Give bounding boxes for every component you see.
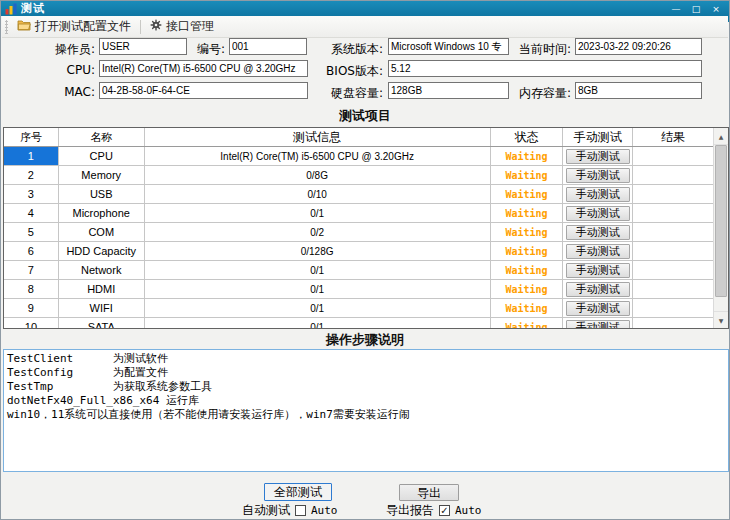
current-time-input[interactable] bbox=[575, 38, 702, 55]
cell-name[interactable]: HDD Capacity bbox=[59, 242, 145, 260]
cell-name[interactable]: Network bbox=[59, 261, 145, 279]
close-button[interactable]: × bbox=[709, 3, 723, 15]
table-row[interactable]: 1 CPU Intel(R) Core(TM) i5-6500 CPU @ 3.… bbox=[4, 147, 713, 166]
cell-info[interactable]: 0/8G bbox=[145, 166, 491, 184]
cell-no[interactable]: 3 bbox=[4, 185, 59, 203]
cell-result bbox=[633, 299, 713, 317]
cell-result bbox=[633, 318, 713, 328]
cell-no[interactable]: 4 bbox=[4, 204, 59, 222]
export-report-option-label: Auto bbox=[455, 504, 482, 517]
manual-test-button[interactable]: 手动测试 bbox=[566, 320, 630, 329]
table-row[interactable]: 6 HDD Capacity 0/128G Waiting 手动测试 bbox=[4, 242, 713, 261]
scrollbar-thumb[interactable] bbox=[715, 145, 727, 297]
cell-no[interactable]: 2 bbox=[4, 166, 59, 184]
table-row[interactable]: 7 Network 0/1 Waiting 手动测试 bbox=[4, 261, 713, 280]
os-version-label: 系统版本: bbox=[317, 41, 383, 58]
cell-result bbox=[633, 185, 713, 203]
bios-version-label: BIOS版本: bbox=[317, 63, 383, 80]
memory-capacity-input[interactable] bbox=[575, 82, 702, 99]
cell-status: Waiting bbox=[491, 185, 564, 203]
open-config-button[interactable]: 打开测试配置文件 bbox=[13, 17, 135, 36]
cell-no[interactable]: 7 bbox=[4, 261, 59, 279]
mac-input[interactable] bbox=[99, 82, 308, 99]
cell-status: Waiting bbox=[491, 299, 564, 317]
cell-name[interactable]: HDMI bbox=[59, 280, 145, 298]
auto-test-option-label: Auto bbox=[311, 504, 338, 517]
cpu-input[interactable] bbox=[99, 60, 308, 77]
manual-test-button[interactable]: 手动测试 bbox=[566, 168, 630, 183]
table-row[interactable]: 4 Microphone 0/1 Waiting 手动测试 bbox=[4, 204, 713, 223]
cell-info[interactable]: 0/1 bbox=[145, 318, 491, 328]
steps-panel[interactable]: TestClient 为测试软件 TestConfig 为配置文件 TestTm… bbox=[3, 349, 729, 472]
col-header-no: 序号 bbox=[4, 128, 59, 146]
table-row[interactable]: 3 USB 0/10 Waiting 手动测试 bbox=[4, 185, 713, 204]
export-report-checkbox[interactable]: ✓ bbox=[439, 505, 450, 516]
col-header-result: 结果 bbox=[633, 128, 713, 146]
cell-info[interactable]: 0/2 bbox=[145, 223, 491, 241]
minimize-button[interactable]: — bbox=[669, 3, 683, 15]
manual-test-button[interactable]: 手动测试 bbox=[566, 206, 630, 221]
interface-mgmt-button[interactable]: 接口管理 bbox=[146, 17, 218, 36]
test-all-button[interactable]: 全部测试 bbox=[264, 483, 332, 501]
cell-status: Waiting bbox=[491, 242, 564, 260]
cell-no[interactable]: 5 bbox=[4, 223, 59, 241]
cell-info[interactable]: 0/1 bbox=[145, 261, 491, 279]
cell-info[interactable]: Intel(R) Core(TM) i5-6500 CPU @ 3.20GHz bbox=[145, 147, 491, 165]
cell-no[interactable]: 1 bbox=[4, 147, 59, 165]
manual-test-button[interactable]: 手动测试 bbox=[566, 263, 630, 278]
bios-version-input[interactable] bbox=[388, 60, 702, 77]
cell-info[interactable]: 0/1 bbox=[145, 280, 491, 298]
table-row[interactable]: 2 Memory 0/8G Waiting 手动测试 bbox=[4, 166, 713, 185]
hdd-capacity-input[interactable] bbox=[388, 82, 509, 99]
cell-no[interactable]: 8 bbox=[4, 280, 59, 298]
cell-info[interactable]: 0/1 bbox=[145, 204, 491, 222]
toolbar: 打开测试配置文件 bbox=[2, 16, 728, 38]
manual-test-button[interactable]: 手动测试 bbox=[566, 187, 630, 202]
os-version-input[interactable] bbox=[388, 38, 509, 55]
table-row[interactable]: 10 SATA 0/1 Waiting 手动测试 bbox=[4, 318, 713, 328]
manual-test-button[interactable]: 手动测试 bbox=[566, 244, 630, 259]
cell-info[interactable]: 0/10 bbox=[145, 185, 491, 203]
cell-name[interactable]: COM bbox=[59, 223, 145, 241]
export-button[interactable]: 导出 bbox=[399, 484, 459, 501]
window-title: 测试 bbox=[21, 1, 45, 16]
table-row[interactable]: 9 WIFI 0/1 Waiting 手动测试 bbox=[4, 299, 713, 318]
maximize-button[interactable]: □ bbox=[689, 3, 703, 15]
scroll-up-icon[interactable]: ▲ bbox=[714, 128, 728, 145]
scroll-down-icon[interactable]: ▼ bbox=[714, 311, 728, 328]
toolbar-grip bbox=[5, 20, 8, 34]
table-row[interactable]: 5 COM 0/2 Waiting 手动测试 bbox=[4, 223, 713, 242]
cell-no[interactable]: 9 bbox=[4, 299, 59, 317]
mac-label: MAC: bbox=[31, 85, 95, 99]
cell-info[interactable]: 0/128G bbox=[145, 242, 491, 260]
title-bar: 测试 — □ × bbox=[1, 1, 729, 16]
manual-test-button[interactable]: 手动测试 bbox=[566, 282, 630, 297]
cell-name[interactable]: SATA bbox=[59, 318, 145, 328]
serial-input[interactable] bbox=[229, 38, 307, 55]
table-scrollbar[interactable]: ▲ ▼ bbox=[713, 128, 728, 328]
cell-no[interactable]: 6 bbox=[4, 242, 59, 260]
table-body: 1 CPU Intel(R) Core(TM) i5-6500 CPU @ 3.… bbox=[4, 147, 713, 328]
cell-no[interactable]: 10 bbox=[4, 318, 59, 328]
test-items-title: 测试项目 bbox=[1, 107, 729, 125]
cell-name[interactable]: CPU bbox=[59, 147, 145, 165]
auto-test-checkbox[interactable] bbox=[295, 505, 306, 516]
cpu-label: CPU: bbox=[31, 63, 95, 77]
export-report-label: 导出报告 bbox=[386, 502, 434, 519]
cell-name[interactable]: WIFI bbox=[59, 299, 145, 317]
table-row[interactable]: 8 HDMI 0/1 Waiting 手动测试 bbox=[4, 280, 713, 299]
gear-icon bbox=[150, 19, 162, 34]
manual-test-button[interactable]: 手动测试 bbox=[566, 149, 630, 164]
cell-name[interactable]: Microphone bbox=[59, 204, 145, 222]
steps-text: TestClient 为测试软件 TestConfig 为配置文件 TestTm… bbox=[4, 350, 728, 424]
manual-test-button[interactable]: 手动测试 bbox=[566, 301, 630, 316]
cell-status: Waiting bbox=[491, 261, 564, 279]
operator-input[interactable] bbox=[99, 38, 187, 55]
cell-info[interactable]: 0/1 bbox=[145, 299, 491, 317]
interface-mgmt-label: 接口管理 bbox=[166, 18, 214, 35]
col-header-manual: 手动测试 bbox=[563, 128, 633, 146]
cell-name[interactable]: Memory bbox=[59, 166, 145, 184]
cell-result bbox=[633, 280, 713, 298]
manual-test-button[interactable]: 手动测试 bbox=[566, 225, 630, 240]
cell-name[interactable]: USB bbox=[59, 185, 145, 203]
